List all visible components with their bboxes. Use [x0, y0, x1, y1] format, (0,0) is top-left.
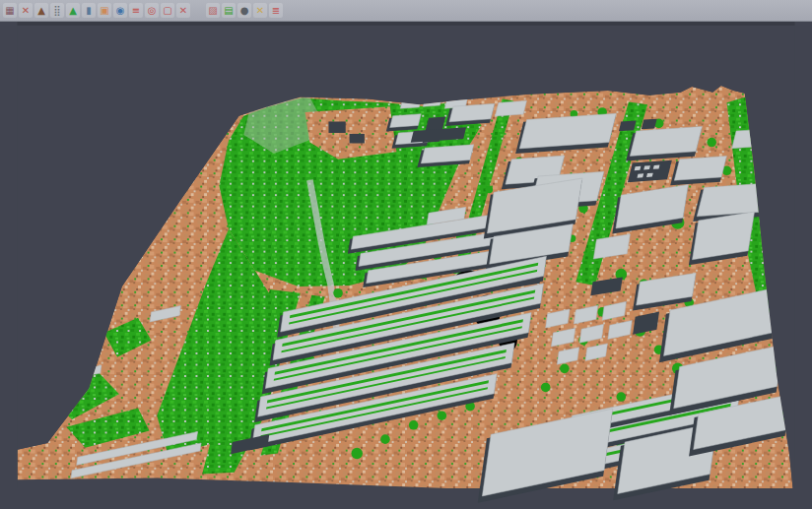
scalebar-icon[interactable]: ▮	[82, 3, 96, 18]
snapshot-icon[interactable]: ●	[237, 3, 251, 18]
crop-box-icon[interactable]: ▢	[161, 3, 174, 18]
select-grid-icon[interactable]: ▦	[3, 3, 17, 18]
pick-center-icon[interactable]: ◎	[145, 3, 159, 18]
histogram-icon[interactable]: ≡	[129, 3, 143, 18]
point-cloud-icon[interactable]: ⣿	[50, 3, 64, 18]
delete-icon[interactable]: ✕	[253, 3, 267, 18]
clip-icon[interactable]: ✕	[176, 3, 190, 18]
toolbar: ▦ ✕ ▲ ⣿ ▲ ▮ ▣ ◉ ≡ ◎ ▢ ✕ ▨ ▤ ● ✕ ≣	[0, 0, 812, 22]
3d-viewport[interactable]	[0, 22, 812, 509]
classification-icon[interactable]: ▤	[222, 3, 236, 18]
cut-icon[interactable]: ✕	[19, 3, 33, 18]
layers-icon[interactable]: ≣	[269, 3, 283, 18]
globe-icon[interactable]: ◉	[113, 3, 127, 18]
mesh-icon[interactable]: ▲	[66, 3, 80, 18]
application-window: ▦ ✕ ▲ ⣿ ▲ ▮ ▣ ◉ ≡ ◎ ▢ ✕ ▨ ▤ ● ✕ ≣	[0, 0, 812, 509]
ortho-view-icon[interactable]: ▣	[98, 3, 111, 18]
toolbar-separator	[191, 3, 205, 18]
terrain-icon[interactable]: ▲	[34, 3, 48, 18]
checker-icon[interactable]: ▨	[206, 3, 220, 18]
